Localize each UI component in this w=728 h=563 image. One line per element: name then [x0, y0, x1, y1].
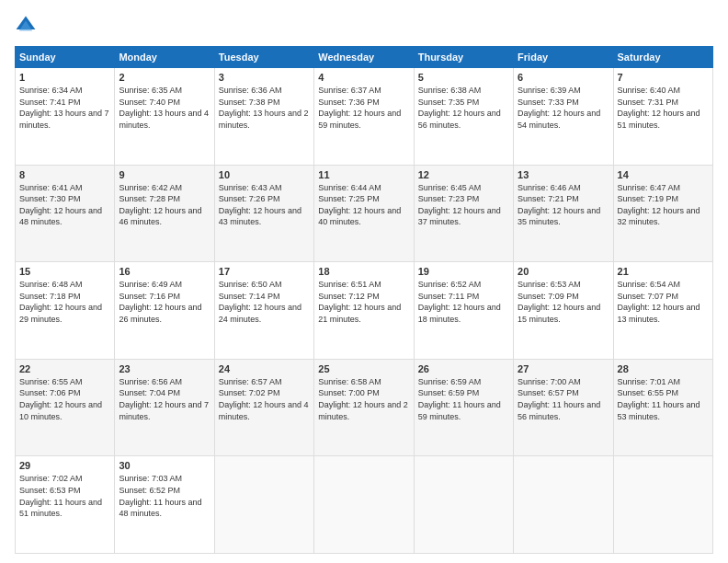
page: SundayMondayTuesdayWednesdayThursdayFrid…	[0, 0, 728, 563]
weekday-header: Saturday	[613, 47, 712, 68]
day-number: 18	[318, 266, 409, 277]
day-info: Sunrise: 6:38 AMSunset: 7:35 PMDaylight:…	[418, 85, 509, 131]
calendar-cell: 6Sunrise: 6:39 AMSunset: 7:33 PMDaylight…	[514, 68, 613, 166]
calendar-cell: 7Sunrise: 6:40 AMSunset: 7:31 PMDaylight…	[613, 68, 712, 166]
day-info: Sunrise: 6:36 AMSunset: 7:38 PMDaylight:…	[219, 85, 310, 131]
weekday-header: Tuesday	[214, 47, 313, 68]
calendar-week-row: 8Sunrise: 6:41 AMSunset: 7:30 PMDaylight…	[16, 165, 713, 262]
day-info: Sunrise: 6:50 AMSunset: 7:14 PMDaylight:…	[219, 279, 310, 325]
calendar-cell: 14Sunrise: 6:47 AMSunset: 7:19 PMDayligh…	[613, 165, 712, 262]
calendar-cell: 28Sunrise: 7:01 AMSunset: 6:55 PMDayligh…	[613, 359, 712, 456]
day-number: 20	[518, 266, 609, 277]
day-info: Sunrise: 6:53 AMSunset: 7:09 PMDaylight:…	[518, 279, 609, 325]
weekday-header: Friday	[514, 47, 613, 68]
day-info: Sunrise: 7:00 AMSunset: 6:57 PMDaylight:…	[518, 376, 609, 422]
day-number: 3	[219, 72, 310, 83]
day-info: Sunrise: 6:49 AMSunset: 7:16 PMDaylight:…	[119, 279, 210, 325]
day-number: 16	[119, 266, 210, 277]
logo	[15, 15, 40, 37]
calendar-cell: 19Sunrise: 6:52 AMSunset: 7:11 PMDayligh…	[414, 262, 513, 360]
day-info: Sunrise: 6:44 AMSunset: 7:25 PMDaylight:…	[318, 182, 409, 228]
day-number: 22	[19, 363, 110, 374]
calendar-cell	[214, 456, 313, 554]
day-info: Sunrise: 6:59 AMSunset: 6:59 PMDaylight:…	[418, 376, 509, 422]
day-info: Sunrise: 6:34 AMSunset: 7:41 PMDaylight:…	[19, 85, 110, 131]
day-number: 10	[219, 169, 310, 180]
day-number: 11	[318, 169, 409, 180]
calendar-cell: 9Sunrise: 6:42 AMSunset: 7:28 PMDaylight…	[115, 165, 214, 262]
day-number: 24	[219, 363, 310, 374]
calendar-cell: 4Sunrise: 6:37 AMSunset: 7:36 PMDaylight…	[314, 68, 414, 166]
weekday-header: Monday	[115, 47, 214, 68]
weekday-header: Wednesday	[314, 47, 414, 68]
day-info: Sunrise: 6:46 AMSunset: 7:21 PMDaylight:…	[518, 182, 609, 228]
calendar-cell: 2Sunrise: 6:35 AMSunset: 7:40 PMDaylight…	[115, 68, 214, 166]
day-number: 29	[19, 460, 110, 471]
calendar-cell: 24Sunrise: 6:57 AMSunset: 7:02 PMDayligh…	[214, 359, 313, 456]
calendar-cell: 16Sunrise: 6:49 AMSunset: 7:16 PMDayligh…	[115, 262, 214, 360]
day-info: Sunrise: 6:48 AMSunset: 7:18 PMDaylight:…	[19, 279, 110, 325]
day-info: Sunrise: 6:41 AMSunset: 7:30 PMDaylight:…	[19, 182, 110, 228]
day-number: 4	[318, 72, 409, 83]
calendar-week-row: 29Sunrise: 7:02 AMSunset: 6:53 PMDayligh…	[16, 456, 713, 554]
day-info: Sunrise: 6:43 AMSunset: 7:26 PMDaylight:…	[219, 182, 310, 228]
day-number: 21	[618, 266, 709, 277]
calendar-week-row: 15Sunrise: 6:48 AMSunset: 7:18 PMDayligh…	[16, 262, 713, 360]
day-number: 15	[19, 266, 110, 277]
day-number: 5	[418, 72, 509, 83]
calendar-cell: 18Sunrise: 6:51 AMSunset: 7:12 PMDayligh…	[314, 262, 414, 360]
day-info: Sunrise: 6:57 AMSunset: 7:02 PMDaylight:…	[219, 376, 310, 422]
calendar-cell	[414, 456, 513, 554]
calendar-week-row: 1Sunrise: 6:34 AMSunset: 7:41 PMDaylight…	[16, 68, 713, 166]
day-number: 17	[219, 266, 310, 277]
calendar-cell: 11Sunrise: 6:44 AMSunset: 7:25 PMDayligh…	[314, 165, 414, 262]
day-number: 8	[19, 169, 110, 180]
day-info: Sunrise: 6:52 AMSunset: 7:11 PMDaylight:…	[418, 279, 509, 325]
calendar-cell: 17Sunrise: 6:50 AMSunset: 7:14 PMDayligh…	[214, 262, 313, 360]
calendar-cell: 21Sunrise: 6:54 AMSunset: 7:07 PMDayligh…	[613, 262, 712, 360]
calendar-cell: 30Sunrise: 7:03 AMSunset: 6:52 PMDayligh…	[115, 456, 214, 554]
day-number: 19	[418, 266, 509, 277]
calendar-table: SundayMondayTuesdayWednesdayThursdayFrid…	[15, 46, 713, 554]
header	[15, 15, 713, 37]
day-number: 25	[318, 363, 409, 374]
calendar-cell: 3Sunrise: 6:36 AMSunset: 7:38 PMDaylight…	[214, 68, 313, 166]
day-info: Sunrise: 6:58 AMSunset: 7:00 PMDaylight:…	[318, 376, 409, 422]
calendar-body: 1Sunrise: 6:34 AMSunset: 7:41 PMDaylight…	[16, 68, 713, 554]
calendar-cell: 25Sunrise: 6:58 AMSunset: 7:00 PMDayligh…	[314, 359, 414, 456]
day-number: 1	[19, 72, 110, 83]
calendar-cell: 8Sunrise: 6:41 AMSunset: 7:30 PMDaylight…	[16, 165, 115, 262]
calendar-cell	[314, 456, 414, 554]
day-info: Sunrise: 6:35 AMSunset: 7:40 PMDaylight:…	[119, 85, 210, 131]
day-info: Sunrise: 7:03 AMSunset: 6:52 PMDaylight:…	[119, 473, 210, 519]
day-info: Sunrise: 6:51 AMSunset: 7:12 PMDaylight:…	[318, 279, 409, 325]
calendar-cell: 12Sunrise: 6:45 AMSunset: 7:23 PMDayligh…	[414, 165, 513, 262]
day-number: 27	[518, 363, 609, 374]
weekday-header: Sunday	[16, 47, 115, 68]
calendar-cell: 15Sunrise: 6:48 AMSunset: 7:18 PMDayligh…	[16, 262, 115, 360]
day-number: 23	[119, 363, 210, 374]
day-info: Sunrise: 6:45 AMSunset: 7:23 PMDaylight:…	[418, 182, 509, 228]
day-number: 14	[618, 169, 709, 180]
day-info: Sunrise: 6:56 AMSunset: 7:04 PMDaylight:…	[119, 376, 210, 422]
day-info: Sunrise: 7:02 AMSunset: 6:53 PMDaylight:…	[19, 473, 110, 519]
calendar-cell	[514, 456, 613, 554]
calendar-header-row: SundayMondayTuesdayWednesdayThursdayFrid…	[16, 47, 713, 68]
calendar-cell: 5Sunrise: 6:38 AMSunset: 7:35 PMDaylight…	[414, 68, 513, 166]
calendar-cell: 13Sunrise: 6:46 AMSunset: 7:21 PMDayligh…	[514, 165, 613, 262]
calendar-cell: 10Sunrise: 6:43 AMSunset: 7:26 PMDayligh…	[214, 165, 313, 262]
day-info: Sunrise: 6:39 AMSunset: 7:33 PMDaylight:…	[518, 85, 609, 131]
calendar-cell: 27Sunrise: 7:00 AMSunset: 6:57 PMDayligh…	[514, 359, 613, 456]
calendar-cell: 29Sunrise: 7:02 AMSunset: 6:53 PMDayligh…	[16, 456, 115, 554]
day-number: 13	[518, 169, 609, 180]
calendar-cell	[613, 456, 712, 554]
day-info: Sunrise: 6:54 AMSunset: 7:07 PMDaylight:…	[618, 279, 709, 325]
day-number: 12	[418, 169, 509, 180]
day-number: 6	[518, 72, 609, 83]
logo-icon	[15, 15, 37, 37]
day-number: 30	[119, 460, 210, 471]
calendar-cell: 1Sunrise: 6:34 AMSunset: 7:41 PMDaylight…	[16, 68, 115, 166]
calendar-cell: 23Sunrise: 6:56 AMSunset: 7:04 PMDayligh…	[115, 359, 214, 456]
day-info: Sunrise: 6:37 AMSunset: 7:36 PMDaylight:…	[318, 85, 409, 131]
day-number: 28	[618, 363, 709, 374]
